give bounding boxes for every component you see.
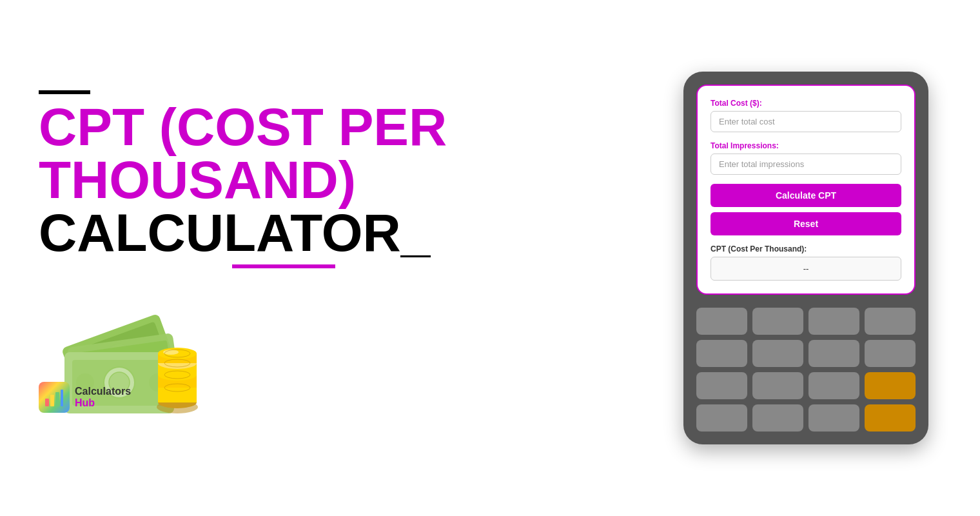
logo-area: Calculators Hub [39,382,131,413]
accent-line-bottom [232,264,335,268]
page-title-cpt: CPT (COST PER THOUSAND) [39,101,645,206]
key-5[interactable] [696,340,747,367]
key-7[interactable] [808,340,859,367]
key-10[interactable] [752,372,803,399]
money-illustration [52,288,645,426]
key-8[interactable] [865,340,916,367]
key-13[interactable] [696,404,747,432]
left-section: CPT (COST PER THOUSAND) CALCULATOR_ [39,90,671,426]
key-3[interactable] [808,308,859,335]
key-15[interactable] [808,404,859,432]
calculator-device: Total Cost ($): Total Impressions: Calcu… [683,72,928,444]
key-12-orange[interactable] [865,372,916,399]
logo-icon [39,382,70,413]
total-cost-label: Total Cost ($): [710,99,901,108]
key-9[interactable] [696,372,747,399]
key-11[interactable] [808,372,859,399]
key-6[interactable] [752,340,803,367]
result-label: CPT (Cost Per Thousand): [710,244,901,253]
total-impressions-input[interactable] [710,154,901,175]
total-impressions-label: Total Impressions: [710,141,901,150]
key-2[interactable] [752,308,803,335]
calculator-screen: Total Cost ($): Total Impressions: Calcu… [696,84,916,295]
calculate-button[interactable]: Calculate CPT [710,184,901,207]
total-cost-input[interactable] [710,111,901,132]
svg-rect-36 [61,390,63,406]
key-4[interactable] [865,308,916,335]
logo-text: Calculators Hub [75,386,131,409]
svg-rect-33 [45,399,49,406]
svg-rect-34 [50,395,54,406]
svg-rect-35 [55,392,59,406]
right-section: Total Cost ($): Total Impressions: Calcu… [671,72,941,444]
key-14[interactable] [752,404,803,432]
calculator-keypad [696,308,916,432]
result-value: -- [710,257,901,281]
reset-button[interactable]: Reset [710,212,901,235]
accent-line-top [39,90,90,94]
key-1[interactable] [696,308,747,335]
page-title-calculator: CALCULATOR_ [39,206,645,259]
main-container: CPT (COST PER THOUSAND) CALCULATOR_ [0,0,980,516]
key-16-orange[interactable] [865,404,916,432]
